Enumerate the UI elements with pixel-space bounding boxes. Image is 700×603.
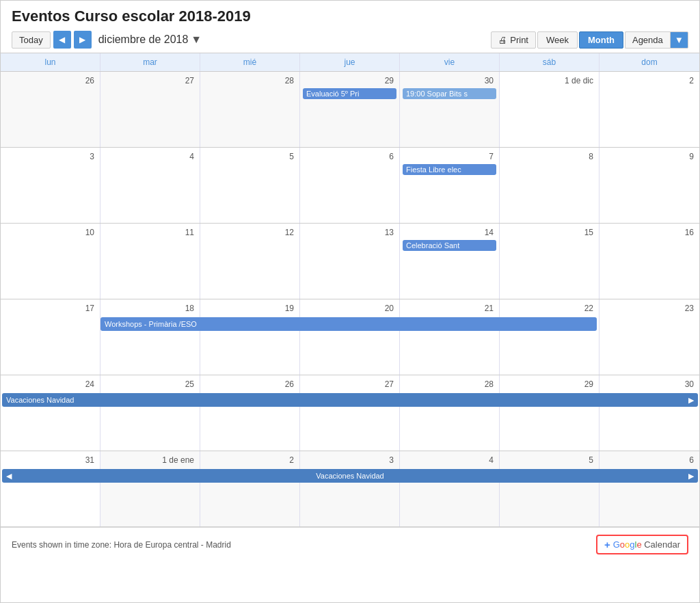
- day-headers: lun mar mié jue vie sáb dom: [1, 53, 699, 72]
- day-num: 4: [103, 150, 197, 164]
- day-cell-dec29[interactable]: 29: [500, 375, 600, 451]
- day-cell-nov28[interactable]: 28: [200, 72, 300, 147]
- day-cell-dec28[interactable]: 28: [400, 375, 500, 451]
- month-view-button[interactable]: Month: [579, 31, 623, 49]
- day-cell-dec14[interactable]: 14 Celebració Sant: [400, 224, 500, 299]
- week-view-button[interactable]: Week: [537, 31, 578, 49]
- day-cell-dec2[interactable]: 2: [600, 72, 699, 147]
- day-cell-dec4[interactable]: 4: [100, 148, 200, 223]
- week-grid-1: 26 27 28 29 Evaluació 5º Pri 30 19:00 So…: [1, 72, 699, 147]
- day-header-jue: jue: [300, 53, 400, 71]
- day-cell-jan1[interactable]: 1 de ene: [100, 451, 200, 526]
- day-cell-dec25[interactable]: 25: [100, 375, 200, 451]
- day-num: 20: [303, 302, 396, 316]
- event-label: Vacaciones Navidad: [316, 472, 383, 480]
- event-label: Vacaciones Navidad: [6, 396, 74, 404]
- page-header: Eventos Curso escolar 2018-2019 Today ◀ …: [1, 1, 699, 53]
- plus-icon: +: [604, 539, 610, 550]
- day-num: 4: [403, 454, 496, 468]
- day-cell-dec1[interactable]: 1 de dic: [500, 72, 600, 147]
- day-cell-dec11[interactable]: 11: [100, 224, 200, 299]
- day-num: 7: [403, 150, 496, 164]
- day-cell-nov26[interactable]: 26: [1, 72, 100, 147]
- day-cell-dec18[interactable]: 18: [100, 299, 200, 375]
- event-sopar[interactable]: 19:00 Sopar Bits s: [403, 88, 496, 99]
- day-cell-dec15[interactable]: 15: [500, 224, 600, 299]
- day-num: 29: [303, 75, 396, 88]
- agenda-dropdown-button[interactable]: ▼: [670, 31, 688, 49]
- event-vacaciones-1[interactable]: Vacaciones Navidad ▶: [2, 393, 698, 407]
- day-cell-dec26[interactable]: 26: [200, 375, 300, 451]
- day-cell-nov27[interactable]: 27: [100, 72, 200, 147]
- day-cell-dec17[interactable]: 17: [1, 299, 100, 375]
- event-evaluacio[interactable]: Evaluació 5º Pri: [303, 88, 396, 99]
- event-fiesta[interactable]: Fiesta Libre elec: [403, 164, 496, 175]
- day-num: 30: [602, 378, 697, 392]
- day-cell-dec23[interactable]: 23: [600, 299, 699, 375]
- day-num: 26: [3, 75, 97, 88]
- day-cell-dec5[interactable]: 5: [200, 148, 300, 223]
- toolbar-left: Today ◀ ▶ diciembre de 2018 ▼: [12, 31, 202, 49]
- day-cell-dec9[interactable]: 9: [600, 148, 699, 223]
- day-cell-dec8[interactable]: 8: [500, 148, 600, 223]
- week-grid-2: 3 4 5 6 7 Fiesta Libre elec 8 9: [1, 148, 699, 223]
- day-num: 2: [203, 454, 297, 468]
- day-cell-dec20[interactable]: 20: [300, 299, 400, 375]
- arrow-right-icon: ▶: [688, 472, 694, 481]
- google-calendar-button[interactable]: + Google Calendar: [596, 535, 688, 554]
- arrow-right-icon: ▶: [688, 396, 694, 405]
- day-header-sab: sáb: [500, 53, 600, 71]
- day-cell-dec12[interactable]: 12: [200, 224, 300, 299]
- day-cell-dec3[interactable]: 3: [1, 148, 100, 223]
- day-cell-dec22[interactable]: 22: [500, 299, 600, 375]
- month-label-text: diciembre de 2018: [98, 34, 189, 46]
- today-button[interactable]: Today: [12, 31, 51, 49]
- day-cell-jan5[interactable]: 5: [500, 451, 600, 526]
- day-cell-dec13[interactable]: 13: [300, 224, 400, 299]
- prev-nav-button[interactable]: ◀: [53, 31, 71, 49]
- day-num: 14: [403, 226, 496, 240]
- week-row-6: 31 1 de ene 2 3 4 5 6 ◀ Vacaciones Navid…: [1, 451, 699, 527]
- day-cell-nov29[interactable]: 29 Evaluació 5º Pri: [300, 72, 400, 147]
- print-button[interactable]: 🖨 Print: [491, 31, 536, 49]
- day-cell-dec30[interactable]: 30: [600, 375, 699, 451]
- day-cell-dec10[interactable]: 10: [1, 224, 100, 299]
- month-dropdown-arrow[interactable]: ▼: [191, 34, 202, 46]
- day-num: 30: [403, 75, 496, 88]
- print-label: Print: [510, 35, 528, 45]
- day-cell-dec24[interactable]: 24: [1, 375, 100, 451]
- day-cell-jan6[interactable]: 6: [600, 451, 699, 526]
- event-vacaciones-2[interactable]: ◀ Vacaciones Navidad ▶: [2, 469, 698, 483]
- page-title: Eventos Curso escolar 2018-2019: [12, 8, 688, 25]
- day-num: 19: [203, 302, 297, 316]
- day-cell-dec7[interactable]: 7 Fiesta Libre elec: [400, 148, 500, 223]
- event-workshops[interactable]: Workshops - Primària /ESO: [100, 317, 597, 331]
- day-cell-jan4[interactable]: 4: [400, 451, 500, 526]
- day-cell-dec19[interactable]: 19: [200, 299, 300, 375]
- week-row-3: 10 11 12 13 14 Celebració Sant 15 16: [1, 224, 699, 299]
- day-cell-dec16[interactable]: 16: [600, 224, 699, 299]
- day-cell-dec27[interactable]: 27: [300, 375, 400, 451]
- day-num: 25: [103, 378, 197, 392]
- day-num: 10: [3, 226, 97, 240]
- day-header-dom: dom: [600, 53, 699, 71]
- event-celebracio[interactable]: Celebració Sant: [403, 240, 496, 251]
- day-num: 1 de dic: [502, 75, 596, 88]
- week-grid-4: 17 18 19 20 21 22 23: [1, 299, 699, 375]
- day-num: 28: [403, 378, 496, 392]
- day-num: 6: [303, 150, 396, 164]
- day-cell-nov30[interactable]: 30 19:00 Sopar Bits s: [400, 72, 500, 147]
- timezone-text: Events shown in time zone: Hora de Europ…: [12, 540, 231, 550]
- day-num: 26: [203, 378, 297, 392]
- day-num: 13: [303, 226, 396, 240]
- calendar: lun mar mié jue vie sáb dom 26 27 28 29 …: [1, 53, 699, 527]
- agenda-view-button[interactable]: Agenda: [625, 31, 670, 49]
- day-header-vie: vie: [400, 53, 500, 71]
- day-cell-jan3[interactable]: 3: [300, 451, 400, 526]
- day-cell-dec21[interactable]: 21: [400, 299, 500, 375]
- day-cell-jan2[interactable]: 2: [200, 451, 300, 526]
- day-num: 29: [502, 378, 596, 392]
- day-cell-dec6[interactable]: 6: [300, 148, 400, 223]
- next-nav-button[interactable]: ▶: [74, 31, 92, 49]
- day-cell-dec31[interactable]: 31: [1, 451, 100, 526]
